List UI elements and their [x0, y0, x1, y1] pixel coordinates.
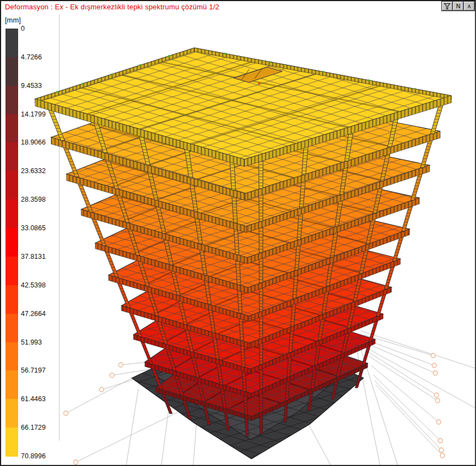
legend-band — [5, 399, 18, 428]
legend-value: 66.1729 — [21, 424, 46, 431]
legend-band — [5, 171, 18, 199]
legend-band — [5, 114, 18, 143]
n-button[interactable]: N — [453, 2, 463, 10]
legend-band — [5, 57, 18, 86]
funnel-icon — [444, 3, 451, 10]
grid-axis-marker — [119, 363, 123, 367]
legend-value: 56.7197 — [21, 367, 46, 374]
legend-band — [5, 342, 18, 371]
legend-band — [5, 370, 18, 399]
legend-value: 42.5398 — [21, 281, 46, 289]
legend-value: 33.0865 — [21, 224, 46, 232]
legend-band — [5, 257, 18, 285]
legend-band — [5, 428, 18, 456]
grid-axis-marker — [439, 448, 444, 452]
grid-axis-marker — [436, 420, 441, 424]
grid-axis-marker — [435, 398, 440, 403]
legend-band — [5, 228, 18, 257]
legend-value: 0 — [21, 25, 25, 32]
legend-value: 37.8131 — [21, 253, 46, 260]
legend-value: 51.993 — [21, 339, 42, 346]
grid-axis-marker — [99, 387, 104, 392]
legend-value: 18.9066 — [21, 138, 46, 146]
grid-axis-marker — [432, 363, 436, 368]
result-viewport-window: Deformasyon : Ex - Ek dışmerkezlikli tep… — [0, 0, 476, 466]
legend-band — [5, 29, 18, 57]
result-title: Deformasyon : Ex - Ek dışmerkezlikli tep… — [5, 3, 219, 11]
legend-value: 4.7266 — [21, 53, 42, 61]
legend-value: 47.2664 — [21, 310, 46, 318]
grid-axis-marker — [74, 460, 78, 464]
legend-unit-label: [mm] — [5, 16, 21, 24]
legend-band — [5, 314, 18, 342]
legend-value: 70.8996 — [21, 452, 46, 460]
grid-axis-marker — [110, 373, 114, 378]
legend-band — [5, 142, 18, 171]
grid-axis-marker — [431, 353, 435, 358]
legend-band — [5, 86, 18, 114]
caret-button[interactable]: ∧ — [464, 2, 474, 10]
legend-value: 28.3598 — [21, 196, 46, 203]
panel-toolbar: N ∧ — [441, 1, 475, 12]
grid-axis-marker — [438, 439, 443, 443]
legend-value: 9.4533 — [21, 82, 42, 90]
grid-axis-marker — [64, 411, 68, 415]
grid-axis-marker — [434, 393, 439, 397]
legend-band — [5, 199, 18, 228]
legend-value: 23.6332 — [21, 167, 46, 175]
fem-3d-model-view[interactable] — [1, 1, 475, 465]
building-model — [35, 48, 451, 436]
legend-value: 61.4463 — [21, 395, 46, 403]
grid-axis-marker — [440, 453, 445, 458]
filter-button[interactable] — [442, 2, 452, 10]
grid-axis-marker — [433, 371, 438, 375]
legend-value: 14.1799 — [21, 110, 46, 118]
legend-band — [5, 285, 18, 314]
